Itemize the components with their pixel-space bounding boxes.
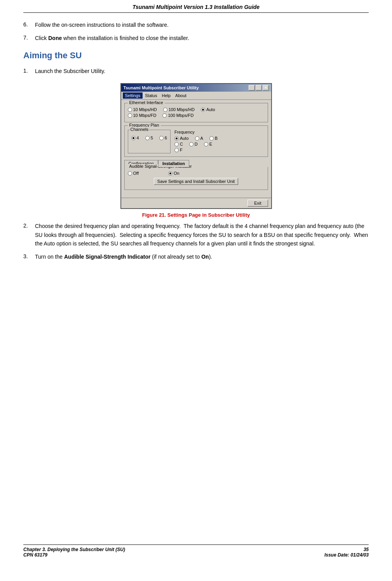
ethernet-10hd[interactable]: 10 Mbps/HD	[128, 107, 157, 112]
ethernet-label: Ethernet Interface	[128, 100, 165, 105]
su-bottom-bar: Exit	[121, 198, 271, 208]
frequency-group: Frequency Auto A	[174, 130, 265, 153]
ethernet-options: 10 Mbps/HD 100 Mbps/HD Auto	[128, 107, 265, 118]
step-1: 1. Launch the Subscriber Utility.	[23, 67, 369, 75]
radio-10hd-circle	[128, 108, 132, 112]
radio-ch5-label: 5	[151, 136, 153, 140]
freq-row1: Auto A B	[174, 136, 265, 141]
radio-100hd-circle	[163, 108, 167, 112]
freq-a[interactable]: A	[195, 136, 203, 141]
minimize-button[interactable]: _	[249, 85, 255, 90]
step-2: 2. Choose the desired frequency plan and…	[23, 222, 369, 248]
footer-chapter: Chapter 3. Deploying the Subscriber Unit…	[23, 547, 125, 552]
radio-fa-label: A	[200, 136, 203, 141]
audible-on[interactable]: On	[168, 171, 179, 176]
radio-ff-label: F	[180, 148, 183, 152]
radio-on-label: On	[174, 171, 179, 176]
maximize-button[interactable]: □	[256, 85, 262, 90]
step-7-num: 7.	[23, 34, 35, 42]
freq-b[interactable]: B	[209, 136, 218, 141]
su-window-title: Tsunami Multipoint Subscriber Utility	[124, 85, 199, 90]
channel-row: 4 5 6	[131, 136, 167, 140]
save-btn-container: Save Settings and Install Subscriber Uni…	[128, 178, 265, 185]
save-install-button[interactable]: Save Settings and Install Subscriber Uni…	[154, 178, 238, 185]
radio-fb-circle	[209, 136, 214, 141]
freq-e[interactable]: E	[204, 142, 212, 146]
frequency-plan-group: Frequency Plan Channels	[124, 125, 268, 157]
audible-group: Audible Signal-Strength Indicator Off On	[124, 167, 268, 190]
radio-ch6-label: 6	[165, 136, 167, 140]
radio-off-label: Off	[133, 171, 139, 176]
close-button[interactable]: ✕	[263, 85, 269, 90]
step-6-num: 6.	[23, 21, 35, 29]
header-title: Tsunami Multipoint Version 1.3 Installat…	[132, 4, 260, 10]
step-2-num: 2.	[23, 222, 35, 248]
radio-ff-circle	[174, 148, 179, 152]
section-heading: Aiming the SU	[23, 50, 369, 61]
radio-auto-circle	[201, 108, 205, 112]
radio-100fd-label: 100 Mbps/FD	[168, 113, 193, 118]
radio-10fd-circle	[128, 113, 132, 118]
radio-fb-label: B	[215, 136, 218, 141]
radio-fauto-label: Auto	[180, 136, 189, 141]
audible-options: Off On Save Settings and Install Subscri…	[128, 171, 265, 185]
tab-installation[interactable]: Installation	[158, 160, 189, 167]
freq-auto[interactable]: Auto	[174, 136, 189, 141]
figure-caption: Figure 21. Settings Page in Subscriber U…	[142, 212, 250, 218]
channel-4[interactable]: 4	[131, 136, 139, 140]
radio-ch5-circle	[145, 136, 150, 140]
radio-ch6-circle	[159, 136, 164, 140]
freq-d[interactable]: D	[189, 142, 198, 146]
su-titlebar: Tsunami Multipoint Subscriber Utility _ …	[121, 84, 271, 92]
ethernet-group: Ethernet Interface 10 Mbps/HD 100 Mbps/H…	[124, 103, 268, 122]
su-menubar: Settings Status Help About	[121, 92, 271, 100]
figure-container: Tsunami Multipoint Subscriber Utility _ …	[23, 83, 369, 218]
radio-on-circle	[168, 171, 172, 176]
freq-plan-inner: Channels 4	[128, 130, 265, 153]
channels-group: Channels 4	[128, 130, 171, 153]
ethernet-auto[interactable]: Auto	[201, 107, 215, 112]
page-footer: Chapter 3. Deploying the Subscriber Unit…	[23, 544, 369, 558]
exit-button[interactable]: Exit	[247, 200, 268, 207]
channel-5[interactable]: 5	[145, 136, 153, 140]
page-container: Tsunami Multipoint Version 1.3 Installat…	[0, 0, 392, 581]
footer-page-num: 35	[324, 547, 369, 552]
footer-issue-date: Issue Date: 01/24/03	[324, 552, 369, 558]
menu-status[interactable]: Status	[143, 92, 159, 99]
radio-10fd-label: 10 Mbps/FD	[133, 113, 157, 118]
freq-row3: F	[174, 148, 265, 152]
radio-fd-circle	[189, 142, 193, 146]
audible-row: Off On	[128, 171, 265, 176]
menu-help[interactable]: Help	[159, 92, 173, 99]
footer-right: 35 Issue Date: 01/24/03	[324, 547, 369, 558]
su-content: Ethernet Interface 10 Mbps/HD 100 Mbps/H…	[121, 100, 271, 196]
audible-off[interactable]: Off	[128, 171, 139, 176]
radio-fe-label: E	[209, 142, 212, 146]
step-3: 3. Turn on the Audible Signal-Strength I…	[23, 252, 369, 261]
step-7-text: Click Done when the installation is fini…	[35, 34, 189, 42]
ethernet-10fd[interactable]: 10 Mbps/FD	[128, 113, 157, 118]
page-header: Tsunami Multipoint Version 1.3 Installat…	[23, 4, 369, 13]
radio-ch4-label: 4	[137, 136, 139, 140]
radio-100hd-label: 100 Mbps/HD	[169, 107, 195, 112]
menu-about[interactable]: About	[173, 92, 189, 99]
step-1-text: Launch the Subscriber Utility.	[35, 67, 105, 75]
su-titlebar-buttons: _ □ ✕	[249, 85, 269, 90]
freq-c[interactable]: C	[174, 142, 183, 146]
ethernet-row1: 10 Mbps/HD 100 Mbps/HD Auto	[128, 107, 265, 112]
freq-f[interactable]: F	[174, 148, 183, 152]
step-1-num: 1.	[23, 67, 35, 75]
subscriber-utility-window: Tsunami Multipoint Subscriber Utility _ …	[120, 83, 272, 209]
step-2-text: Choose the desired frequency plan and op…	[35, 222, 369, 248]
radio-fc-label: C	[180, 142, 183, 146]
step-6-text: Follow the on-screen instructions to ins…	[35, 21, 169, 29]
ethernet-100fd[interactable]: 100 Mbps/FD	[162, 113, 193, 118]
menu-settings[interactable]: Settings	[123, 92, 143, 99]
footer-cpn: CPN 63179	[23, 552, 125, 558]
ethernet-row2: 10 Mbps/FD 100 Mbps/FD	[128, 113, 265, 118]
channel-6[interactable]: 6	[159, 136, 167, 140]
channel-options: 4 5 6	[131, 136, 167, 140]
ethernet-100hd[interactable]: 100 Mbps/HD	[163, 107, 195, 112]
step-7: 7. Click Done when the installation is f…	[23, 34, 369, 42]
step-3-num: 3.	[23, 252, 35, 261]
